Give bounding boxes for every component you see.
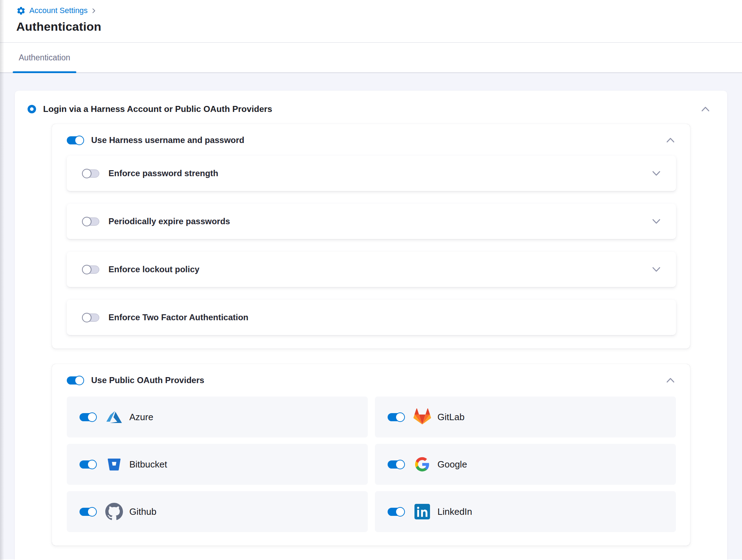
expand-lockout-policy-button[interactable] <box>650 264 662 275</box>
harness-login-section-title: Use Harness username and password <box>91 135 245 145</box>
oauth-section-title: Use Public OAuth Providers <box>91 375 204 385</box>
toggle-knob <box>75 376 84 385</box>
linkedin-icon <box>413 502 432 521</box>
toggle-knob <box>87 412 97 422</box>
provider-name: LinkedIn <box>437 506 472 517</box>
tab-authentication[interactable]: Authentication <box>19 43 70 72</box>
harness-settings-list: Enforce password strength Periodically e… <box>67 156 676 335</box>
chevron-up-icon <box>701 107 709 112</box>
toggle-knob <box>87 507 97 517</box>
toggle-knob <box>82 169 92 178</box>
toggle-knob <box>82 313 92 322</box>
setting-label: Enforce lockout policy <box>108 264 199 274</box>
chevron-down-icon <box>652 219 660 224</box>
provider-row-linkedin: LinkedIn <box>375 491 676 532</box>
harness-login-toggle[interactable] <box>67 136 83 144</box>
setting-row-expire-passwords: Periodically expire passwords <box>67 204 676 239</box>
toggle-knob <box>82 217 92 226</box>
oauth-provider-grid: Azure G <box>67 397 676 532</box>
provider-name: Bitbucket <box>129 459 167 470</box>
setting-label: Enforce Two Factor Authentication <box>108 312 248 322</box>
toggle-knob <box>82 265 92 274</box>
provider-name: Azure <box>129 412 153 423</box>
settings-gear-icon <box>16 6 26 16</box>
provider-row-azure: Azure <box>67 397 368 437</box>
toggle-knob <box>75 136 84 145</box>
provider-row-bitbucket: Bitbucket <box>67 444 368 485</box>
breadcrumb: Account Settings <box>16 4 742 17</box>
collapse-oauth-section-button[interactable] <box>665 375 676 386</box>
toggle-knob <box>87 460 97 469</box>
expire-passwords-toggle[interactable] <box>83 218 99 226</box>
toggle-knob <box>395 460 405 469</box>
provider-row-gitlab: GitLab <box>375 397 676 437</box>
expand-password-strength-button[interactable] <box>650 168 662 179</box>
login-method-radio[interactable] <box>28 105 36 113</box>
azure-icon <box>105 407 124 427</box>
gitlab-toggle[interactable] <box>388 413 404 421</box>
linkedin-toggle[interactable] <box>388 508 404 516</box>
provider-name: Google <box>437 459 467 470</box>
breadcrumb-chevron-icon <box>91 8 96 13</box>
provider-name: GitLab <box>437 412 465 423</box>
oauth-section-header: Use Public OAuth Providers <box>52 373 690 386</box>
breadcrumb-link-account-settings[interactable]: Account Settings <box>29 6 88 15</box>
harness-login-section: Use Harness username and password Enforc… <box>52 124 690 348</box>
page-title: Authentication <box>16 20 742 34</box>
expand-expire-passwords-button[interactable] <box>650 216 662 227</box>
page-header: Account Settings Authentication <box>0 0 742 43</box>
login-method-header: Login via a Harness Account or Public OA… <box>15 91 727 115</box>
password-strength-toggle[interactable] <box>83 169 99 178</box>
provider-row-github: Github <box>67 491 368 532</box>
provider-name: Github <box>129 506 157 517</box>
login-method-title: Login via a Harness Account or Public OA… <box>43 104 272 114</box>
setting-label: Enforce password strength <box>108 168 218 178</box>
provider-row-google: Google <box>375 444 676 485</box>
google-icon <box>413 455 432 474</box>
tab-label: Authentication <box>19 53 70 62</box>
content-area: Login via a Harness Account or Public OA… <box>0 73 742 559</box>
toggle-knob <box>395 412 405 422</box>
collapse-login-method-button[interactable] <box>700 103 711 115</box>
chevron-up-icon <box>666 378 675 383</box>
setting-row-two-factor: Enforce Two Factor Authentication <box>67 300 676 335</box>
bitbucket-toggle[interactable] <box>80 460 96 469</box>
bitbucket-icon <box>105 455 124 474</box>
setting-row-lockout-policy: Enforce lockout policy <box>67 252 676 287</box>
chevron-down-icon <box>652 171 660 176</box>
azure-toggle[interactable] <box>80 413 96 421</box>
oauth-providers-toggle[interactable] <box>67 376 83 385</box>
two-factor-toggle[interactable] <box>83 314 99 322</box>
github-toggle[interactable] <box>80 508 96 516</box>
chevron-up-icon <box>666 138 675 143</box>
active-tab-indicator <box>13 71 76 73</box>
auth-methods-card: Login via a Harness Account or Public OA… <box>15 91 727 560</box>
harness-login-section-header: Use Harness username and password <box>52 133 690 146</box>
setting-label: Periodically expire passwords <box>108 216 230 226</box>
toggle-knob <box>395 507 405 517</box>
lockout-policy-toggle[interactable] <box>83 266 99 274</box>
setting-row-password-strength: Enforce password strength <box>67 156 676 191</box>
google-toggle[interactable] <box>388 460 404 469</box>
tab-bar: Authentication <box>0 43 742 73</box>
oauth-providers-section: Use Public OAuth Providers Azure <box>52 364 690 546</box>
chevron-down-icon <box>652 267 660 272</box>
github-icon <box>105 502 124 521</box>
gitlab-icon <box>413 407 432 427</box>
collapse-harness-section-button[interactable] <box>665 135 676 146</box>
